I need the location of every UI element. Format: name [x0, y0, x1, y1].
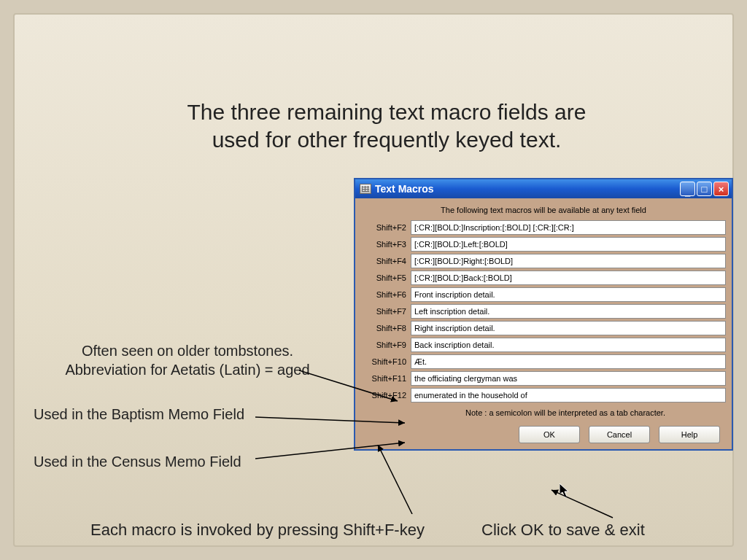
macro-key-label: Shift+F5 [361, 273, 406, 282]
macro-value-input[interactable] [411, 321, 726, 335]
macro-value-input[interactable] [411, 371, 726, 386]
macro-key-label: Shift+F4 [361, 257, 406, 265]
svg-marker-0 [560, 483, 568, 497]
footer-ok: Click OK to save & exit [481, 521, 645, 540]
note-baptism: Used in the Baptism Memo Field [34, 405, 311, 424]
dialog-note: Note : a semicolon will be interpreted a… [361, 402, 726, 423]
macro-row: Shift+F2 [361, 220, 726, 235]
arrow-ok-button [547, 489, 620, 521]
titlebar[interactable]: Text Macros _ □ × [355, 179, 732, 198]
heading-line-2: used for other frequently keyed text. [139, 126, 635, 154]
arrow-shift-fkey [372, 445, 423, 514]
macro-row: Shift+F5 [361, 271, 726, 285]
note-census: Used in the Census Memo Field [34, 452, 311, 471]
macro-key-label: Shift+F9 [361, 341, 406, 349]
macro-value-input[interactable] [411, 254, 726, 268]
maximize-button[interactable]: □ [697, 182, 712, 196]
macro-row: Shift+F7 [361, 304, 726, 319]
note-aetatis-line-2: Abbreviation for Aetatis (Latin) = aged [38, 360, 337, 379]
macro-row: Shift+F12 [361, 388, 726, 402]
mouse-cursor-icon [560, 483, 570, 498]
svg-line-5 [551, 490, 613, 518]
ok-button[interactable]: OK [519, 426, 580, 443]
macro-value-input[interactable] [411, 271, 726, 285]
macro-value-input[interactable] [411, 388, 726, 402]
close-button[interactable]: × [713, 182, 729, 196]
macro-row: Shift+F3 [361, 237, 726, 252]
heading-line-1: The three remaining text macro fields ar… [139, 98, 635, 126]
macro-key-label: Shift+F6 [361, 290, 406, 299]
footer-invoke: Each macro is invoked by pressing Shift+… [90, 521, 425, 540]
macro-row: Shift+F9 [361, 338, 726, 352]
macro-row: Shift+F8 [361, 321, 726, 335]
minimize-button[interactable]: _ [680, 182, 695, 196]
dialog-intro: The following text macros will be availa… [361, 203, 726, 220]
note-aetatis: Often seen on older tombstones. Abbrevia… [38, 341, 337, 379]
macro-key-label: Shift+F3 [361, 240, 406, 249]
dialog-body: The following text macros will be availa… [355, 198, 732, 449]
text-macros-dialog: Text Macros _ □ × The following text mac… [354, 178, 733, 451]
macro-row: Shift+F4 [361, 254, 726, 268]
macro-key-label: Shift+F10 [361, 357, 406, 366]
macro-row: Shift+F10 [361, 354, 726, 369]
macro-value-input[interactable] [411, 237, 726, 252]
help-button[interactable]: Help [659, 426, 720, 443]
macro-key-label: Shift+F8 [361, 324, 406, 332]
macro-key-label: Shift+F11 [361, 374, 406, 383]
cancel-button[interactable]: Cancel [589, 426, 650, 443]
slide-background: The three remaining text macro fields ar… [13, 13, 734, 547]
macro-key-label: Shift+F12 [361, 391, 406, 400]
macro-row: Shift+F11 [361, 371, 726, 386]
svg-line-4 [378, 445, 412, 514]
macro-key-label: Shift+F2 [361, 223, 406, 232]
macro-value-input[interactable] [411, 304, 726, 319]
window-title: Text Macros [375, 183, 680, 195]
macro-value-input[interactable] [411, 354, 726, 369]
note-aetatis-line-1: Often seen on older tombstones. [38, 341, 337, 360]
macro-value-input[interactable] [411, 220, 726, 235]
macro-value-input[interactable] [411, 338, 726, 352]
app-icon [360, 184, 371, 194]
macro-row: Shift+F6 [361, 287, 726, 302]
macro-key-label: Shift+F7 [361, 307, 406, 316]
slide-heading: The three remaining text macro fields ar… [139, 98, 635, 153]
macro-value-input[interactable] [411, 287, 726, 302]
